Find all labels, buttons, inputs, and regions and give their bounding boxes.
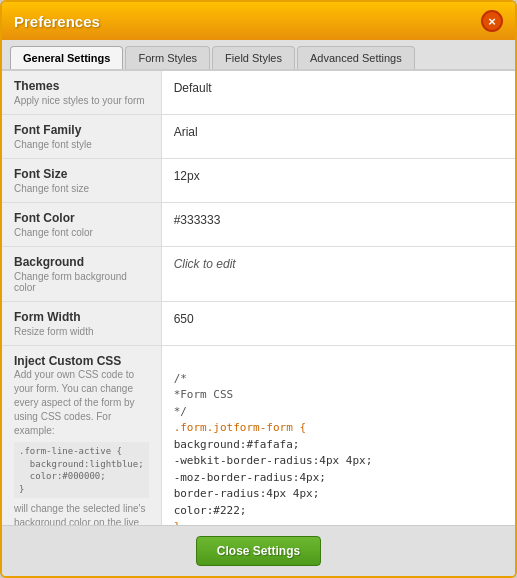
- font-family-value: Arial: [174, 123, 515, 139]
- dialog-footer: Close Settings: [2, 525, 515, 576]
- inject-css-label-cell: Inject Custom CSS Add your own CSS code …: [2, 346, 161, 526]
- font-size-value: 12px: [174, 167, 515, 183]
- row-value-cell: 12px: [161, 159, 515, 203]
- table-row: Font Size Change font size 12px: [2, 159, 515, 203]
- row-value-cell[interactable]: Click to edit: [161, 247, 515, 302]
- inject-css-description: Add your own CSS code to your form. You …: [14, 368, 149, 525]
- row-label-cell: Font Family Change font style: [2, 115, 161, 159]
- inject-css-row: Inject Custom CSS Add your own CSS code …: [2, 346, 515, 526]
- preferences-dialog: Preferences × General Settings Form Styl…: [0, 0, 517, 578]
- font-color-value: #333333: [174, 211, 515, 227]
- row-value-cell: Default: [161, 71, 515, 115]
- themes-value: Default: [174, 79, 515, 95]
- font-family-sublabel: Change font style: [14, 139, 149, 150]
- form-width-label: Form Width: [14, 310, 149, 324]
- tab-form-styles[interactable]: Form Styles: [125, 46, 210, 69]
- inject-css-code-example: .form-line-active { background:lightblue…: [14, 442, 149, 498]
- font-color-label: Font Color: [14, 211, 149, 225]
- font-size-sublabel: Change font size: [14, 183, 149, 194]
- form-width-sublabel: Resize form width: [14, 326, 149, 337]
- dialog-header: Preferences ×: [2, 2, 515, 40]
- inject-css-value-cell[interactable]: /* *Form CSS */ .form.jotform-form { bac…: [161, 346, 515, 526]
- row-label-cell: Themes Apply nice styles to your form: [2, 71, 161, 115]
- dialog-title: Preferences: [14, 13, 100, 30]
- close-settings-button[interactable]: Close Settings: [196, 536, 321, 566]
- tab-general-settings[interactable]: General Settings: [10, 46, 123, 69]
- table-row: Background Change form background color …: [2, 247, 515, 302]
- background-sublabel: Change form background color: [14, 271, 149, 293]
- themes-label: Themes: [14, 79, 149, 93]
- inject-css-desc1: Add your own CSS code to your form. You …: [14, 369, 135, 436]
- settings-table: Themes Apply nice styles to your form De…: [2, 71, 515, 525]
- row-value-cell: Arial: [161, 115, 515, 159]
- row-value-cell: 650: [161, 302, 515, 346]
- table-row: Font Color Change font color #333333: [2, 203, 515, 247]
- background-label: Background: [14, 255, 149, 269]
- inject-css-textarea[interactable]: /* *Form CSS */ .form.jotform-form { bac…: [174, 354, 515, 525]
- tab-field-styles[interactable]: Field Styles: [212, 46, 295, 69]
- font-size-label: Font Size: [14, 167, 149, 181]
- table-row: Form Width Resize form width 650: [2, 302, 515, 346]
- form-width-value: 650: [174, 310, 515, 326]
- inject-css-label: Inject Custom CSS: [14, 354, 149, 368]
- themes-sublabel: Apply nice styles to your form: [14, 95, 149, 106]
- table-row: Themes Apply nice styles to your form De…: [2, 71, 515, 115]
- tab-advanced-settings[interactable]: Advanced Settings: [297, 46, 415, 69]
- row-label-cell: Font Color Change font color: [2, 203, 161, 247]
- dialog-close-button[interactable]: ×: [481, 10, 503, 32]
- row-label-cell: Form Width Resize form width: [2, 302, 161, 346]
- font-color-sublabel: Change font color: [14, 227, 149, 238]
- row-label-cell: Font Size Change font size: [2, 159, 161, 203]
- background-value[interactable]: Click to edit: [174, 255, 515, 271]
- row-label-cell: Background Change form background color: [2, 247, 161, 302]
- font-family-label: Font Family: [14, 123, 149, 137]
- tabs-bar: General Settings Form Styles Field Style…: [2, 40, 515, 71]
- table-row: Font Family Change font style Arial: [2, 115, 515, 159]
- inject-css-desc2: will change the selected line's backgrou…: [14, 503, 145, 525]
- tab-content: Themes Apply nice styles to your form De…: [2, 71, 515, 525]
- row-value-cell: #333333: [161, 203, 515, 247]
